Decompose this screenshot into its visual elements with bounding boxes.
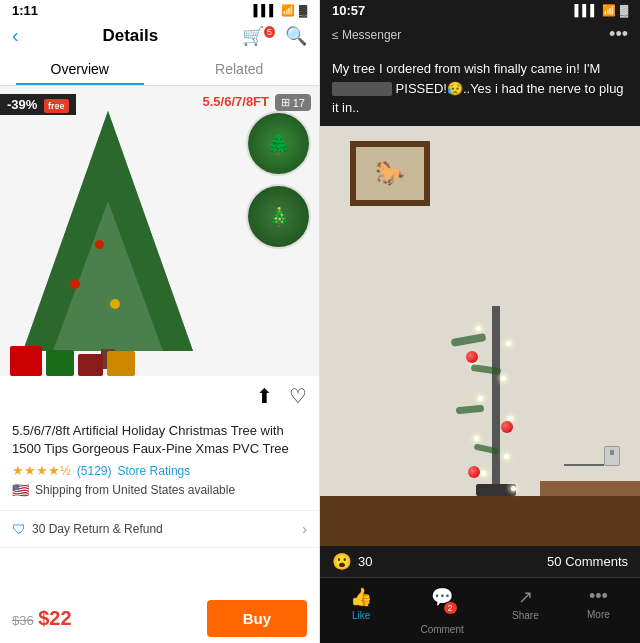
status-icons-right: ▌▌▌ 📶 ▓ xyxy=(575,4,628,17)
table xyxy=(540,481,640,496)
status-bar-right: 10:57 ▌▌▌ 📶 ▓ xyxy=(320,0,640,20)
tab-related[interactable]: Related xyxy=(160,53,320,85)
light-5 xyxy=(478,396,483,401)
outlet xyxy=(604,446,620,466)
gift-1 xyxy=(10,346,42,376)
tabs: Overview Related xyxy=(0,53,319,86)
like-button[interactable]: 👍 Like xyxy=(350,586,372,635)
store-label[interactable]: Store Ratings xyxy=(118,464,191,478)
messenger-app-label: ≤ Messenger xyxy=(332,28,401,42)
product-tree-image xyxy=(15,101,200,369)
gift-3 xyxy=(78,354,103,376)
free-badge: free xyxy=(44,99,69,113)
comment-button[interactable]: 💬 2 Comment xyxy=(420,586,463,635)
page-title: Details xyxy=(102,26,158,46)
product-image-area: -39% free 5.5/6/7/8FT ⊞ 17 🌲 xyxy=(0,86,319,376)
scene: 🐎 xyxy=(320,126,640,547)
gift-4 xyxy=(107,351,135,376)
signal-icon: ▌▌▌ xyxy=(254,4,277,16)
thumb-1[interactable]: 🌲 xyxy=(246,111,311,176)
status-bar-left: 1:11 ▌▌▌ 📶 ▓ xyxy=(0,0,319,20)
light-1 xyxy=(476,326,481,331)
rating-count[interactable]: (5129) xyxy=(77,464,112,478)
more-button[interactable]: ••• More xyxy=(587,586,610,635)
reaction-count[interactable]: 30 xyxy=(358,554,372,569)
right-panel: 10:57 ▌▌▌ 📶 ▓ ≤ Messenger ••• My tree I … xyxy=(320,0,640,643)
comment-badge: 2 xyxy=(444,602,457,614)
thumbnail-circles: 🌲 🎄 xyxy=(246,111,311,249)
red-ball-3 xyxy=(468,466,480,478)
divider-2 xyxy=(0,547,319,548)
more-label: More xyxy=(587,609,610,620)
image-icon: ⊞ xyxy=(281,96,290,109)
more-icon[interactable]: ••• xyxy=(609,24,628,45)
back-button[interactable]: ‹ xyxy=(12,24,19,47)
action-icons: ⬆ ♡ xyxy=(0,376,319,416)
light-4 xyxy=(501,376,506,381)
refund-info: 🛡 30 Day Return & Refund xyxy=(12,521,163,537)
star-rating: ★★★★½ xyxy=(12,463,71,478)
bottom-actions: 👍 Like 💬 2 Comment ↗ Share ••• More xyxy=(320,577,640,643)
gift-2 xyxy=(46,350,74,376)
light-2 xyxy=(506,341,511,346)
search-icon[interactable]: 🔍 xyxy=(285,25,307,47)
chat-header-icons: ••• xyxy=(609,24,628,45)
reaction-left: 😮 30 xyxy=(332,552,372,571)
cart-icon[interactable]: 🛒5 xyxy=(242,25,275,47)
chat-message: My tree I ordered from wish finally came… xyxy=(320,51,640,126)
shipping-text: Shipping from United States available xyxy=(35,483,235,497)
discount-badge: -39% free xyxy=(0,94,76,115)
price-old: $36 xyxy=(12,613,34,628)
wifi-icon: 📶 xyxy=(281,4,295,17)
light-7 xyxy=(474,436,479,441)
tab-overview[interactable]: Overview xyxy=(0,53,160,85)
light-10 xyxy=(511,486,516,491)
share-icon[interactable]: ⬆ xyxy=(256,384,273,408)
red-ball-2 xyxy=(501,421,513,433)
tree-photo[interactable]: 🐎 xyxy=(320,126,640,547)
chat-content: My tree I ordered from wish finally came… xyxy=(320,51,640,546)
like-icon: 👍 xyxy=(350,586,372,608)
us-flag-icon: 🇺🇸 xyxy=(12,482,29,498)
messenger-header: ≤ Messenger ••• xyxy=(320,20,640,51)
light-6 xyxy=(508,416,513,421)
comments-count[interactable]: 50 Comments xyxy=(547,554,628,569)
top-nav: ‹ Details 🛒5 🔍 xyxy=(0,20,319,53)
share-button-right[interactable]: ↗ Share xyxy=(512,586,539,635)
battery-icon-right: ▓ xyxy=(620,4,628,16)
refund-label: 30 Day Return & Refund xyxy=(32,522,163,536)
share-label: Share xyxy=(512,610,539,621)
signal-icon-right: ▌▌▌ xyxy=(575,4,598,16)
reaction-bar: 😮 30 50 Comments xyxy=(320,546,640,577)
reaction-emoji: 😮 xyxy=(332,552,352,571)
left-panel: 1:11 ▌▌▌ 📶 ▓ ‹ Details 🛒5 🔍 Overview Rel… xyxy=(0,0,320,643)
branch-3 xyxy=(456,405,485,414)
branch-2 xyxy=(471,364,502,375)
thumb-2[interactable]: 🎄 xyxy=(246,184,311,249)
picture-frame: 🐎 xyxy=(350,141,430,206)
floor xyxy=(320,496,640,546)
thumb-2-image: 🎄 xyxy=(248,186,309,247)
product-info: 5.5/6/7/8ft Artificial Holiday Christmas… xyxy=(0,416,319,504)
shipping-row: 🇺🇸 Shipping from United States available xyxy=(12,482,307,498)
refund-row[interactable]: 🛡 30 Day Return & Refund › xyxy=(0,517,319,541)
wifi-icon-right: 📶 xyxy=(602,4,616,17)
red-ball-1 xyxy=(466,351,478,363)
buy-button[interactable]: Buy xyxy=(207,600,307,637)
like-label: Like xyxy=(352,610,370,621)
chevron-right-icon: › xyxy=(302,521,307,537)
lights-string xyxy=(466,306,526,496)
light-8 xyxy=(504,454,509,459)
censored-text xyxy=(332,82,392,96)
divider-1 xyxy=(0,510,319,511)
status-time: 1:11 xyxy=(12,3,38,18)
battery-icon: ▓ xyxy=(299,4,307,16)
wishlist-icon[interactable]: ♡ xyxy=(289,384,307,408)
power-cord xyxy=(564,464,604,466)
rating-row: ★★★★½ (5129) Store Ratings xyxy=(12,463,307,478)
share-icon-right: ↗ xyxy=(518,586,533,608)
size-label: 5.5/6/7/8FT xyxy=(203,94,269,109)
status-icons-left: ▌▌▌ 📶 ▓ xyxy=(254,4,307,17)
gifts-row xyxy=(10,346,135,376)
status-time-right: 10:57 xyxy=(332,3,365,18)
